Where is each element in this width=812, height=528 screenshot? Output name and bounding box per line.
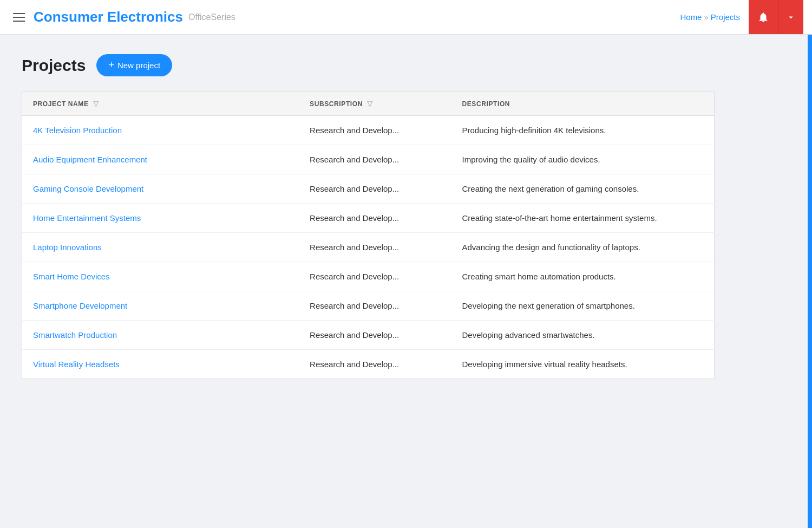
main-content: Projects + New project PROJECT NAME ▽ SU… (0, 35, 736, 401)
subscription-cell: Research and Develop... (299, 116, 451, 145)
col-header-description: DESCRIPTION (451, 92, 714, 116)
new-project-label: New project (117, 61, 160, 70)
table-row: Smartphone DevelopmentResearch and Devel… (22, 291, 715, 321)
description-cell: Developing immersive virtual reality hea… (451, 350, 714, 379)
user-dropdown-button[interactable] (778, 0, 803, 34)
table-row: 4K Television ProductionResearch and Dev… (22, 116, 715, 145)
table-row: Laptop InnovationsResearch and Develop..… (22, 233, 715, 262)
breadcrumb: Home » Projects (680, 12, 740, 22)
project-name-cell: Smartphone Development (22, 291, 299, 321)
header: Consumer Electronics OfficeSeries Home »… (0, 0, 812, 35)
col-header-name: PROJECT NAME ▽ (22, 92, 299, 116)
scrollbar-accent (808, 35, 812, 528)
project-name-link[interactable]: Smart Home Devices (33, 272, 110, 281)
table-header: PROJECT NAME ▽ SUBSCRIPTION ▽ DESCRIPTIO… (22, 92, 715, 116)
project-name-cell: Smart Home Devices (22, 262, 299, 291)
project-name-link[interactable]: Home Entertainment Systems (33, 213, 141, 223)
header-actions (749, 0, 803, 34)
project-name-cell: Laptop Innovations (22, 233, 299, 262)
projects-table: PROJECT NAME ▽ SUBSCRIPTION ▽ DESCRIPTIO… (22, 92, 715, 379)
table-row: Smart Home DevicesResearch and Develop..… (22, 262, 715, 291)
table-row: Gaming Console DevelopmentResearch and D… (22, 174, 715, 204)
project-name-cell: Virtual Reality Headsets (22, 350, 299, 379)
filter-icon-name[interactable]: ▽ (93, 100, 99, 108)
plus-icon: + (108, 60, 114, 71)
subscription-cell: Research and Develop... (299, 174, 451, 204)
subscription-cell: Research and Develop... (299, 204, 451, 233)
project-name-cell: Audio Equipment Enhancement (22, 145, 299, 174)
subscription-cell: Research and Develop... (299, 145, 451, 174)
project-name-link[interactable]: Audio Equipment Enhancement (33, 155, 147, 164)
description-cell: Advancing the design and functionality o… (451, 233, 714, 262)
description-cell: Developing the next generation of smartp… (451, 291, 714, 321)
app-logo: Consumer Electronics (34, 9, 183, 25)
bell-icon (757, 11, 769, 23)
new-project-button[interactable]: + New project (96, 54, 172, 76)
page-title-row: Projects + New project (22, 54, 715, 76)
description-cell: Creating smart home automation products. (451, 262, 714, 291)
breadcrumb-current: Projects (711, 12, 740, 22)
project-name-link[interactable]: Smartphone Development (33, 301, 127, 310)
breadcrumb-home[interactable]: Home (680, 12, 702, 22)
project-name-cell: 4K Television Production (22, 116, 299, 145)
subscription-cell: Research and Develop... (299, 321, 451, 350)
description-cell: Improving the quality of audio devices. (451, 145, 714, 174)
description-cell: Producing high-definition 4K televisions… (451, 116, 714, 145)
project-name-cell: Home Entertainment Systems (22, 204, 299, 233)
subscription-cell: Research and Develop... (299, 262, 451, 291)
col-header-subscription: SUBSCRIPTION ▽ (299, 92, 451, 116)
project-name-link[interactable]: 4K Television Production (33, 126, 122, 135)
notifications-button[interactable] (749, 0, 778, 34)
table-row: Home Entertainment SystemsResearch and D… (22, 204, 715, 233)
project-name-cell: Smartwatch Production (22, 321, 299, 350)
chevron-down-icon (786, 12, 796, 22)
project-name-link[interactable]: Virtual Reality Headsets (33, 360, 120, 369)
page-title: Projects (22, 56, 86, 75)
subscription-cell: Research and Develop... (299, 233, 451, 262)
table-row: Virtual Reality HeadsetsResearch and Dev… (22, 350, 715, 379)
menu-icon[interactable] (9, 9, 29, 26)
table-row: Smartwatch ProductionResearch and Develo… (22, 321, 715, 350)
table-row: Audio Equipment EnhancementResearch and … (22, 145, 715, 174)
project-name-cell: Gaming Console Development (22, 174, 299, 204)
description-cell: Creating the next generation of gaming c… (451, 174, 714, 204)
subscription-cell: Research and Develop... (299, 291, 451, 321)
subscription-cell: Research and Develop... (299, 350, 451, 379)
project-name-link[interactable]: Smartwatch Production (33, 330, 117, 340)
description-cell: Creating state-of-the-art home entertain… (451, 204, 714, 233)
project-name-link[interactable]: Gaming Console Development (33, 184, 143, 193)
description-cell: Developing advanced smartwatches. (451, 321, 714, 350)
table-body: 4K Television ProductionResearch and Dev… (22, 116, 715, 379)
breadcrumb-separator: » (704, 12, 708, 22)
app-subtitle: OfficeSeries (188, 12, 235, 22)
project-name-link[interactable]: Laptop Innovations (33, 243, 102, 252)
filter-icon-subscription[interactable]: ▽ (367, 100, 373, 108)
